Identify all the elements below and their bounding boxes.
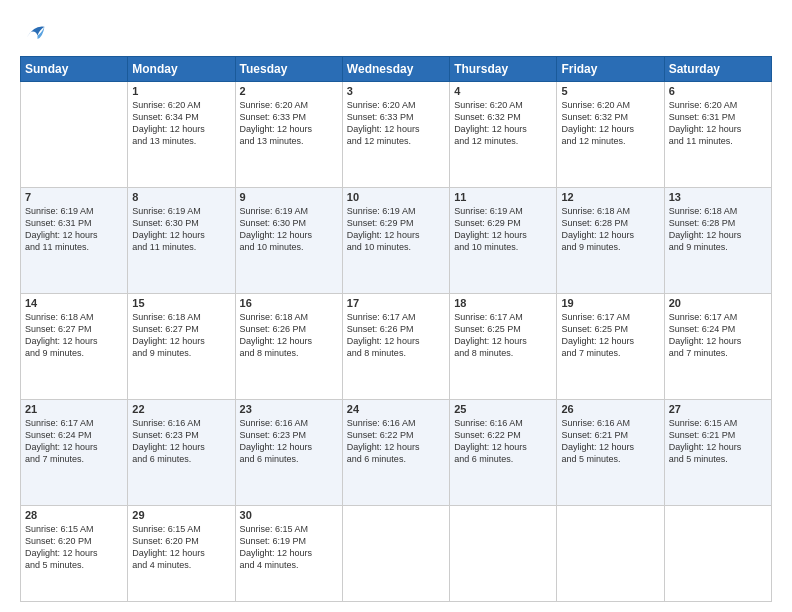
calendar-cell	[21, 82, 128, 188]
day-info: Sunrise: 6:18 AM Sunset: 6:28 PM Dayligh…	[561, 205, 659, 254]
day-number: 5	[561, 85, 659, 97]
day-number: 21	[25, 403, 123, 415]
day-number: 12	[561, 191, 659, 203]
day-info: Sunrise: 6:17 AM Sunset: 6:24 PM Dayligh…	[25, 417, 123, 466]
day-info: Sunrise: 6:20 AM Sunset: 6:33 PM Dayligh…	[347, 99, 445, 148]
calendar-week-3: 14Sunrise: 6:18 AM Sunset: 6:27 PM Dayli…	[21, 293, 772, 399]
calendar-week-2: 7Sunrise: 6:19 AM Sunset: 6:31 PM Daylig…	[21, 187, 772, 293]
day-number: 30	[240, 509, 338, 521]
day-info: Sunrise: 6:20 AM Sunset: 6:31 PM Dayligh…	[669, 99, 767, 148]
day-info: Sunrise: 6:17 AM Sunset: 6:25 PM Dayligh…	[454, 311, 552, 360]
day-info: Sunrise: 6:19 AM Sunset: 6:29 PM Dayligh…	[347, 205, 445, 254]
calendar-cell: 13Sunrise: 6:18 AM Sunset: 6:28 PM Dayli…	[664, 187, 771, 293]
day-info: Sunrise: 6:16 AM Sunset: 6:21 PM Dayligh…	[561, 417, 659, 466]
calendar-cell	[342, 505, 449, 601]
calendar-cell: 30Sunrise: 6:15 AM Sunset: 6:19 PM Dayli…	[235, 505, 342, 601]
day-number: 25	[454, 403, 552, 415]
weekday-thursday: Thursday	[450, 57, 557, 82]
day-number: 3	[347, 85, 445, 97]
day-info: Sunrise: 6:18 AM Sunset: 6:28 PM Dayligh…	[669, 205, 767, 254]
day-number: 22	[132, 403, 230, 415]
day-number: 29	[132, 509, 230, 521]
day-info: Sunrise: 6:17 AM Sunset: 6:24 PM Dayligh…	[669, 311, 767, 360]
day-info: Sunrise: 6:20 AM Sunset: 6:33 PM Dayligh…	[240, 99, 338, 148]
day-info: Sunrise: 6:17 AM Sunset: 6:26 PM Dayligh…	[347, 311, 445, 360]
weekday-saturday: Saturday	[664, 57, 771, 82]
day-info: Sunrise: 6:15 AM Sunset: 6:21 PM Dayligh…	[669, 417, 767, 466]
calendar-cell: 9Sunrise: 6:19 AM Sunset: 6:30 PM Daylig…	[235, 187, 342, 293]
calendar-cell: 11Sunrise: 6:19 AM Sunset: 6:29 PM Dayli…	[450, 187, 557, 293]
logo-bird-icon	[20, 18, 48, 46]
day-number: 4	[454, 85, 552, 97]
day-info: Sunrise: 6:15 AM Sunset: 6:20 PM Dayligh…	[25, 523, 123, 572]
day-number: 14	[25, 297, 123, 309]
day-number: 24	[347, 403, 445, 415]
calendar-cell: 5Sunrise: 6:20 AM Sunset: 6:32 PM Daylig…	[557, 82, 664, 188]
day-info: Sunrise: 6:16 AM Sunset: 6:23 PM Dayligh…	[240, 417, 338, 466]
day-number: 19	[561, 297, 659, 309]
day-info: Sunrise: 6:20 AM Sunset: 6:34 PM Dayligh…	[132, 99, 230, 148]
calendar-cell: 22Sunrise: 6:16 AM Sunset: 6:23 PM Dayli…	[128, 399, 235, 505]
calendar-cell: 14Sunrise: 6:18 AM Sunset: 6:27 PM Dayli…	[21, 293, 128, 399]
calendar-cell: 19Sunrise: 6:17 AM Sunset: 6:25 PM Dayli…	[557, 293, 664, 399]
day-number: 28	[25, 509, 123, 521]
calendar-cell: 23Sunrise: 6:16 AM Sunset: 6:23 PM Dayli…	[235, 399, 342, 505]
day-number: 1	[132, 85, 230, 97]
day-number: 20	[669, 297, 767, 309]
calendar-cell: 20Sunrise: 6:17 AM Sunset: 6:24 PM Dayli…	[664, 293, 771, 399]
day-info: Sunrise: 6:17 AM Sunset: 6:25 PM Dayligh…	[561, 311, 659, 360]
calendar-week-4: 21Sunrise: 6:17 AM Sunset: 6:24 PM Dayli…	[21, 399, 772, 505]
calendar-cell: 2Sunrise: 6:20 AM Sunset: 6:33 PM Daylig…	[235, 82, 342, 188]
calendar-cell: 16Sunrise: 6:18 AM Sunset: 6:26 PM Dayli…	[235, 293, 342, 399]
calendar-cell: 12Sunrise: 6:18 AM Sunset: 6:28 PM Dayli…	[557, 187, 664, 293]
page: SundayMondayTuesdayWednesdayThursdayFrid…	[0, 0, 792, 612]
day-info: Sunrise: 6:18 AM Sunset: 6:26 PM Dayligh…	[240, 311, 338, 360]
day-info: Sunrise: 6:20 AM Sunset: 6:32 PM Dayligh…	[561, 99, 659, 148]
day-number: 16	[240, 297, 338, 309]
calendar-table: SundayMondayTuesdayWednesdayThursdayFrid…	[20, 56, 772, 602]
day-number: 26	[561, 403, 659, 415]
day-info: Sunrise: 6:19 AM Sunset: 6:31 PM Dayligh…	[25, 205, 123, 254]
logo	[20, 18, 52, 46]
day-number: 17	[347, 297, 445, 309]
calendar-cell: 28Sunrise: 6:15 AM Sunset: 6:20 PM Dayli…	[21, 505, 128, 601]
day-info: Sunrise: 6:15 AM Sunset: 6:19 PM Dayligh…	[240, 523, 338, 572]
day-number: 11	[454, 191, 552, 203]
calendar-cell	[664, 505, 771, 601]
calendar-cell: 6Sunrise: 6:20 AM Sunset: 6:31 PM Daylig…	[664, 82, 771, 188]
calendar-cell: 24Sunrise: 6:16 AM Sunset: 6:22 PM Dayli…	[342, 399, 449, 505]
day-info: Sunrise: 6:16 AM Sunset: 6:22 PM Dayligh…	[347, 417, 445, 466]
header	[20, 18, 772, 46]
day-info: Sunrise: 6:18 AM Sunset: 6:27 PM Dayligh…	[25, 311, 123, 360]
calendar-week-1: 1Sunrise: 6:20 AM Sunset: 6:34 PM Daylig…	[21, 82, 772, 188]
calendar-cell: 29Sunrise: 6:15 AM Sunset: 6:20 PM Dayli…	[128, 505, 235, 601]
day-info: Sunrise: 6:16 AM Sunset: 6:23 PM Dayligh…	[132, 417, 230, 466]
day-number: 23	[240, 403, 338, 415]
day-info: Sunrise: 6:20 AM Sunset: 6:32 PM Dayligh…	[454, 99, 552, 148]
day-number: 18	[454, 297, 552, 309]
day-number: 7	[25, 191, 123, 203]
day-number: 6	[669, 85, 767, 97]
weekday-friday: Friday	[557, 57, 664, 82]
calendar-cell: 10Sunrise: 6:19 AM Sunset: 6:29 PM Dayli…	[342, 187, 449, 293]
day-number: 8	[132, 191, 230, 203]
calendar-cell: 27Sunrise: 6:15 AM Sunset: 6:21 PM Dayli…	[664, 399, 771, 505]
calendar-cell: 26Sunrise: 6:16 AM Sunset: 6:21 PM Dayli…	[557, 399, 664, 505]
day-number: 13	[669, 191, 767, 203]
calendar-cell: 17Sunrise: 6:17 AM Sunset: 6:26 PM Dayli…	[342, 293, 449, 399]
weekday-wednesday: Wednesday	[342, 57, 449, 82]
calendar-cell: 15Sunrise: 6:18 AM Sunset: 6:27 PM Dayli…	[128, 293, 235, 399]
calendar-cell: 1Sunrise: 6:20 AM Sunset: 6:34 PM Daylig…	[128, 82, 235, 188]
weekday-monday: Monday	[128, 57, 235, 82]
calendar-cell: 7Sunrise: 6:19 AM Sunset: 6:31 PM Daylig…	[21, 187, 128, 293]
weekday-header-row: SundayMondayTuesdayWednesdayThursdayFrid…	[21, 57, 772, 82]
weekday-tuesday: Tuesday	[235, 57, 342, 82]
calendar-cell: 25Sunrise: 6:16 AM Sunset: 6:22 PM Dayli…	[450, 399, 557, 505]
day-info: Sunrise: 6:19 AM Sunset: 6:30 PM Dayligh…	[240, 205, 338, 254]
calendar-cell: 18Sunrise: 6:17 AM Sunset: 6:25 PM Dayli…	[450, 293, 557, 399]
day-info: Sunrise: 6:15 AM Sunset: 6:20 PM Dayligh…	[132, 523, 230, 572]
day-info: Sunrise: 6:19 AM Sunset: 6:30 PM Dayligh…	[132, 205, 230, 254]
day-number: 9	[240, 191, 338, 203]
day-number: 27	[669, 403, 767, 415]
calendar-cell: 3Sunrise: 6:20 AM Sunset: 6:33 PM Daylig…	[342, 82, 449, 188]
